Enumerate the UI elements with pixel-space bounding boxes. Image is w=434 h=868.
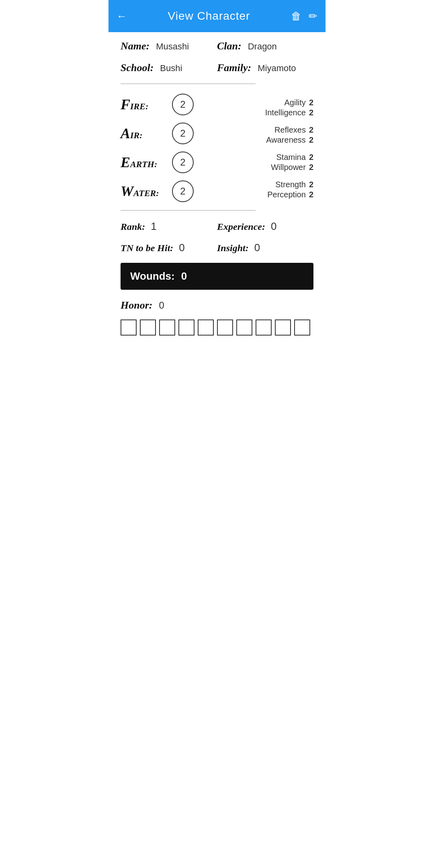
- awareness-value: 2: [309, 135, 313, 145]
- tn-field: TN to be Hit: 0: [121, 242, 217, 254]
- family-field: Family: Miyamoto: [217, 62, 313, 74]
- insight-field: Insight: 0: [217, 242, 313, 254]
- clan-label: Clan:: [217, 40, 242, 52]
- tn-label: TN to be Hit:: [121, 243, 173, 254]
- rank-experience-row: Rank: 1 Experience: 0: [121, 220, 313, 233]
- name-clan-row: Name: Musashi Clan: Dragon: [121, 40, 313, 52]
- awareness-label: Awareness: [266, 135, 306, 145]
- reflexes-awareness-pair: Reflexes 2 Awareness 2: [266, 125, 313, 145]
- agility-intelligence-pair: Agility 2 Intelligence 2: [265, 98, 313, 117]
- honor-box-9[interactable]: [275, 319, 291, 336]
- perception-label: Perception: [267, 190, 306, 199]
- attributes-list: Agility 2 Intelligence 2 Reflexes 2 Awar…: [219, 94, 313, 202]
- name-value: Musashi: [156, 41, 189, 52]
- experience-value: 0: [271, 220, 276, 233]
- name-field: Name: Musashi: [121, 40, 217, 52]
- agility-label: Agility: [285, 98, 306, 107]
- honor-label: Honor:: [121, 299, 152, 311]
- air-element: AIR: 2: [121, 123, 215, 144]
- honor-box-5[interactable]: [198, 319, 214, 336]
- honor-row: Honor: 0: [121, 299, 313, 311]
- stats-section: Rank: 1 Experience: 0 TN to be Hit: 0 In…: [121, 220, 313, 336]
- rank-field: Rank: 1: [121, 220, 217, 233]
- delete-button[interactable]: 🗑: [291, 10, 301, 23]
- earth-element: EARTH: 2: [121, 151, 215, 173]
- school-value: Bushi: [160, 63, 182, 74]
- honor-box-3[interactable]: [159, 319, 175, 336]
- willpower-value: 2: [309, 163, 313, 172]
- honor-boxes: [121, 319, 313, 336]
- air-label: AIR:: [121, 125, 165, 142]
- honor-value: 0: [159, 300, 164, 311]
- family-label: Family:: [217, 62, 251, 74]
- reflexes-value: 2: [309, 125, 313, 135]
- perception-attribute: Perception 2: [267, 190, 313, 199]
- rank-label: Rank:: [121, 221, 145, 232]
- willpower-label: Willpower: [271, 163, 306, 172]
- elements-attributes-section: FIRE: 2 AIR: 2 EARTH: 2 WATER: 2 Agility…: [121, 94, 313, 202]
- air-value: 2: [172, 123, 194, 144]
- strength-value: 2: [309, 180, 313, 189]
- stamina-label: Stamina: [276, 153, 306, 162]
- main-content: Name: Musashi Clan: Dragon School: Bushi…: [108, 32, 326, 344]
- awareness-attribute: Awareness 2: [266, 135, 313, 145]
- fire-element: FIRE: 2: [121, 94, 215, 115]
- elements-list: FIRE: 2 AIR: 2 EARTH: 2 WATER: 2: [121, 94, 215, 202]
- tn-insight-row: TN to be Hit: 0 Insight: 0: [121, 242, 313, 254]
- rank-value: 1: [151, 220, 156, 233]
- honor-box-6[interactable]: [217, 319, 233, 336]
- page-title: View Character: [168, 10, 250, 23]
- honor-box-10[interactable]: [294, 319, 310, 336]
- header-actions: 🗑 ✏: [291, 10, 317, 23]
- honor-box-8[interactable]: [256, 319, 272, 336]
- honor-box-1[interactable]: [121, 319, 137, 336]
- water-element: WATER: 2: [121, 180, 215, 202]
- water-label: WATER:: [121, 183, 165, 200]
- name-label: Name:: [121, 40, 149, 52]
- insight-label: Insight:: [217, 243, 249, 254]
- earth-value: 2: [172, 151, 194, 173]
- app-header: ← View Character 🗑 ✏: [108, 0, 326, 32]
- reflexes-label: Reflexes: [274, 125, 306, 135]
- strength-perception-pair: Strength 2 Perception 2: [267, 180, 313, 199]
- reflexes-attribute: Reflexes 2: [274, 125, 313, 135]
- school-field: School: Bushi: [121, 62, 217, 74]
- honor-box-7[interactable]: [236, 319, 252, 336]
- wounds-value: 0: [181, 270, 187, 283]
- wounds-label: Wounds:: [130, 270, 175, 283]
- intelligence-value: 2: [309, 108, 313, 117]
- tn-value: 0: [179, 242, 184, 254]
- fire-value: 2: [172, 94, 194, 115]
- intelligence-attribute: Intelligence 2: [265, 108, 313, 117]
- honor-box-4[interactable]: [178, 319, 194, 336]
- intelligence-label: Intelligence: [265, 108, 306, 117]
- back-button[interactable]: ←: [117, 10, 127, 23]
- clan-value: Dragon: [248, 41, 277, 52]
- school-family-row: School: Bushi Family: Miyamoto: [121, 62, 313, 74]
- experience-label: Experience:: [217, 221, 265, 232]
- edit-button[interactable]: ✏: [309, 10, 317, 23]
- stamina-value: 2: [309, 153, 313, 162]
- clan-field: Clan: Dragon: [217, 40, 313, 52]
- stamina-attribute: Stamina 2: [276, 153, 314, 162]
- wounds-bar: Wounds: 0: [121, 263, 313, 290]
- honor-section: Honor: 0: [121, 299, 313, 336]
- willpower-attribute: Willpower 2: [271, 163, 313, 172]
- experience-field: Experience: 0: [217, 220, 313, 233]
- agility-attribute: Agility 2: [285, 98, 313, 107]
- divider-2: [121, 210, 256, 211]
- divider-1: [121, 84, 256, 84]
- water-value: 2: [172, 180, 194, 202]
- honor-box-2[interactable]: [140, 319, 156, 336]
- school-label: School:: [121, 62, 154, 74]
- insight-value: 0: [254, 242, 260, 254]
- strength-attribute: Strength 2: [275, 180, 313, 189]
- family-value: Miyamoto: [258, 63, 296, 74]
- stamina-willpower-pair: Stamina 2 Willpower 2: [271, 153, 313, 172]
- agility-value: 2: [309, 98, 313, 107]
- earth-label: EARTH:: [121, 154, 165, 171]
- strength-label: Strength: [275, 180, 306, 189]
- fire-label: FIRE:: [121, 96, 165, 113]
- perception-value: 2: [309, 190, 313, 199]
